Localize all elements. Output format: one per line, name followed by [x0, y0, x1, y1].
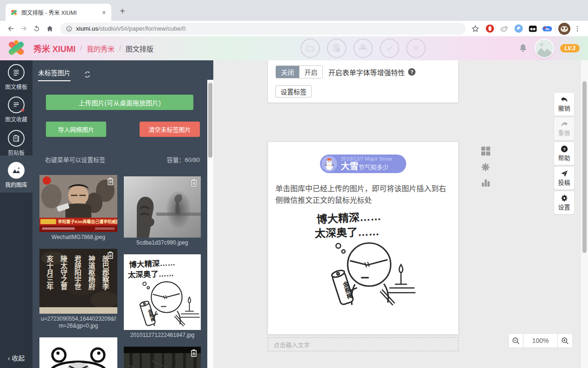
thumbnail-comic[interactable]: 博大精深…… 太深奥了…… 金瓶梅 — [124, 254, 201, 330]
breadcrumb-separator: / — [119, 45, 121, 52]
forward-icon[interactable] — [18, 23, 30, 35]
submit-button[interactable]: 投稿 — [554, 166, 575, 190]
main-scrollbar[interactable] — [581, 60, 588, 368]
thumbnail-bear-meme[interactable] — [39, 337, 117, 368]
settings-button[interactable]: 设置 — [554, 191, 575, 214]
tab-title: 图文排版 - 秀米 XIUMI — [21, 8, 96, 16]
list-item: 博大精深…… 太深奥了…… 金瓶梅 201011271222461847.jpg — [124, 254, 201, 339]
adblock-extension-icon[interactable] — [485, 24, 495, 34]
panel-scrollbar-thumb[interactable] — [208, 83, 212, 158]
trash-icon[interactable] — [106, 177, 115, 186]
main-scrollbar-thumb[interactable] — [582, 81, 587, 253]
xiumi-logo[interactable] — [6, 39, 26, 58]
svg-text:神道枢杨府: 神道枢杨府 — [88, 255, 96, 291]
toggle-on-button[interactable]: 开启 — [299, 66, 322, 78]
page-info-icon[interactable] — [66, 26, 72, 32]
undo-button[interactable]: 撤销 — [554, 92, 575, 116]
zoom-level: 100% — [524, 333, 557, 348]
folder-icon[interactable] — [300, 39, 320, 58]
help-question-icon[interactable]: ? — [408, 68, 415, 76]
browser-tab[interactable]: 图文排版 - 秀米 XIUMI × — [6, 4, 111, 21]
list-item — [39, 337, 117, 368]
rail-item-favorites[interactable]: ★ 图文收藏 — [0, 97, 32, 123]
trash-icon[interactable] — [190, 178, 198, 187]
gear-icon — [561, 194, 568, 202]
news-banner-text: 李阳妻子Kim再曝自己遭李阳威胁 — [58, 219, 117, 224]
enhance-toggle[interactable]: 关闭 开启 — [275, 65, 323, 78]
thumbnail-forest[interactable] — [124, 347, 201, 368]
save-template-icon[interactable] — [327, 39, 346, 58]
zoom-out-button[interactable] — [508, 333, 524, 348]
rail-item-templates[interactable]: 图文模板 — [0, 64, 32, 90]
zoom-in-button[interactable] — [557, 333, 573, 348]
bookmark-star-icon[interactable] — [470, 24, 480, 34]
thumbnail-news-photo[interactable]: 李阳妻子Kim再曝自己遭李阳威胁 — [39, 175, 117, 232]
glasses-extension-icon[interactable] — [528, 24, 538, 34]
brand-link[interactable]: 秀米 XIUMI — [33, 42, 76, 54]
capacity-text: 容量：60/80 — [166, 155, 200, 164]
help-button[interactable]: ? 帮助 — [554, 142, 575, 165]
collapse-button[interactable]: ‹ 收起 — [0, 353, 32, 362]
browser-toolbar: xiumi.us/studio/v5#/paper/for/new/cube/0… — [0, 21, 588, 36]
reload-icon[interactable] — [31, 23, 43, 35]
du-extension-icon[interactable]: du — [542, 24, 552, 34]
rail-item-clipboard[interactable]: 剪贴板 — [0, 130, 32, 156]
article-paper[interactable]: 2019/12/7 Major Snow 大雪节气知多少 单击图库中已经上传的图… — [268, 142, 459, 335]
enhance-label: 开启表单字体等增强特性 — [328, 67, 405, 77]
image-filename: 5cdba1d37c990.jpeg — [124, 239, 201, 246]
upload-images-button[interactable]: 上传图片(可从桌面拖放图片) — [46, 95, 193, 110]
left-rail: 图文模板 ★ 图文收藏 剪贴板 我的图库 ‹ 收起 — [0, 60, 32, 368]
redo-button[interactable]: 重做 — [554, 117, 575, 141]
check-icon[interactable] — [380, 39, 399, 58]
rail-item-my-gallery[interactable]: 我的图库 — [0, 155, 32, 193]
home-icon[interactable] — [44, 23, 56, 35]
flower-asterisk-icon[interactable] — [481, 163, 490, 171]
new-tab-button[interactable]: + — [116, 5, 129, 18]
solar-term-badge[interactable]: 2019/12/7 Major Snow 大雪节气知多少 — [320, 155, 406, 173]
browser-tab-strip: 图文排版 - 秀米 XIUMI × + — [0, 0, 588, 21]
bird-extension-icon[interactable] — [513, 24, 524, 34]
rail-item-label: 我的图库 — [0, 181, 32, 188]
trash-icon[interactable] — [190, 349, 198, 358]
text-input-placeholder-block[interactable]: 点击输入文字 — [268, 337, 459, 351]
panel-scrollbar[interactable] — [207, 80, 213, 368]
body-paragraph[interactable]: 单击图库中已经上传的图片，即可将该图片插入到右侧微信推文正文的鼠标光标处 — [275, 183, 451, 206]
comic-image[interactable]: 博大精深…… 太深奥了…… 金瓶梅 — [309, 208, 417, 307]
browser-profile-avatar[interactable] — [558, 23, 570, 35]
cloud-extension-icon[interactable] — [499, 24, 509, 34]
grid-column-right: 5cdba1d37c990.jpeg — [124, 175, 201, 368]
clipboard-icon — [8, 130, 25, 147]
clear-untagged-button[interactable]: 清空未标签图片 — [140, 122, 200, 137]
library-button-row: 导入网络图片 清空未标签图片 — [46, 122, 200, 137]
trash-icon[interactable] — [106, 251, 115, 260]
bar-chart-icon[interactable] — [481, 178, 491, 187]
thumbnail-bw-photo[interactable] — [124, 176, 201, 238]
notification-bell-icon[interactable] — [518, 43, 529, 54]
header-action-icons — [300, 39, 426, 58]
set-tag-button[interactable]: 设置标签 — [275, 85, 312, 97]
tab-untagged-images[interactable]: 未标签图片 — [38, 68, 70, 81]
back-icon[interactable] — [5, 23, 17, 35]
grid-column-left: 李阳妻子Kim再曝自己遭李阳威胁 WechatIMG7868.jpeg — [39, 175, 117, 368]
user-avatar[interactable] — [535, 39, 554, 58]
svg-text:亥十月三年: 亥十月三年 — [46, 255, 54, 291]
thumbnail-stone-rubbing[interactable]: 亥十月三年 陵太守之曾 君辞阳宇世 神道枢杨府 故巴郡察李 — [39, 249, 117, 314]
toggle-off-button[interactable]: 关闭 — [276, 66, 299, 78]
tab-close-icon[interactable]: × — [100, 9, 108, 16]
import-web-images-button[interactable]: 导入网络图片 — [46, 122, 106, 137]
triangle-down-icon[interactable] — [406, 39, 426, 58]
breadcrumb-my-xiumi[interactable]: 我的秀米 — [87, 44, 115, 53]
zoom-controls: 100% — [508, 333, 573, 348]
toolbar-divider — [555, 25, 556, 33]
xiumi-favicon-icon — [10, 9, 18, 16]
print-doc-icon[interactable] — [353, 39, 373, 58]
refresh-icon[interactable] — [83, 71, 91, 78]
editor-canvas: 关闭 开启 开启表单字体等增强特性 ? 设置标签 — [213, 60, 588, 368]
address-bar[interactable]: xiumi.us/studio/v5#/paper/for/new/cube/0 — [60, 23, 466, 35]
badge-texts: 2019/12/7 Major Snow 大雪节气知多少 — [341, 156, 392, 172]
enhance-toggle-row: 关闭 开启 开启表单字体等增强特性 ? — [275, 65, 451, 78]
browser-menu-icon[interactable] — [571, 23, 583, 35]
side-toolbar: 撤销 重做 ? 帮助 投稿 设置 — [554, 92, 575, 214]
layout-grid-icon[interactable] — [481, 146, 491, 156]
level-badge[interactable]: LV.3 — [560, 44, 580, 52]
